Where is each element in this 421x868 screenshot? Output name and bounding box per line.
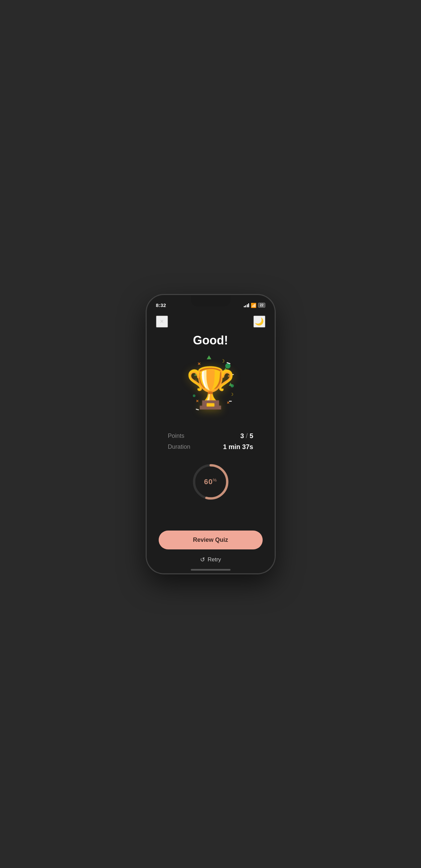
top-bar: × 🌙 <box>155 313 267 330</box>
trophy-emoji: 🏆 <box>186 368 236 407</box>
signal-icon <box>244 303 249 307</box>
points-label: Points <box>168 433 184 439</box>
trophy-container: ✕ ✕ ✕ ✕ ☽ ☽ ☽ <box>178 353 244 422</box>
battery-icon: 22 <box>258 303 265 308</box>
points-value: 3 / 5 <box>240 432 253 440</box>
review-quiz-button[interactable]: Review Quiz <box>159 530 263 550</box>
screen: 8:32 📶 22 × <box>147 295 275 573</box>
close-button[interactable]: × <box>156 316 168 328</box>
stats-section: Points 3 / 5 Duration 1 min 37s <box>155 429 267 454</box>
retry-icon: ↺ <box>200 556 205 563</box>
duration-value: 1 min 37s <box>223 443 253 451</box>
main-content: × 🌙 Good! ✕ ✕ <box>147 295 275 573</box>
progress-circle: 60% <box>191 462 231 502</box>
result-title: Good! <box>193 334 228 347</box>
wifi-icon: 📶 <box>251 303 257 308</box>
duration-row: Duration 1 min 37s <box>168 443 253 451</box>
notch <box>191 295 231 306</box>
duration-label: Duration <box>168 443 190 451</box>
buttons-area: Review Quiz ↺ Retry <box>155 530 267 565</box>
progress-text: 60% <box>204 477 217 486</box>
svg-text:☽: ☽ <box>220 358 225 364</box>
svg-marker-0 <box>207 355 211 359</box>
status-icons: 📶 22 <box>244 303 265 308</box>
side-button-power <box>275 351 275 378</box>
home-indicator <box>191 569 231 570</box>
points-row: Points 3 / 5 <box>168 432 253 440</box>
phone-frame: 8:32 📶 22 × <box>146 294 275 574</box>
dark-mode-button[interactable]: 🌙 <box>253 316 265 328</box>
status-time: 8:32 <box>156 302 166 308</box>
retry-button[interactable]: ↺ Retry <box>195 554 227 565</box>
